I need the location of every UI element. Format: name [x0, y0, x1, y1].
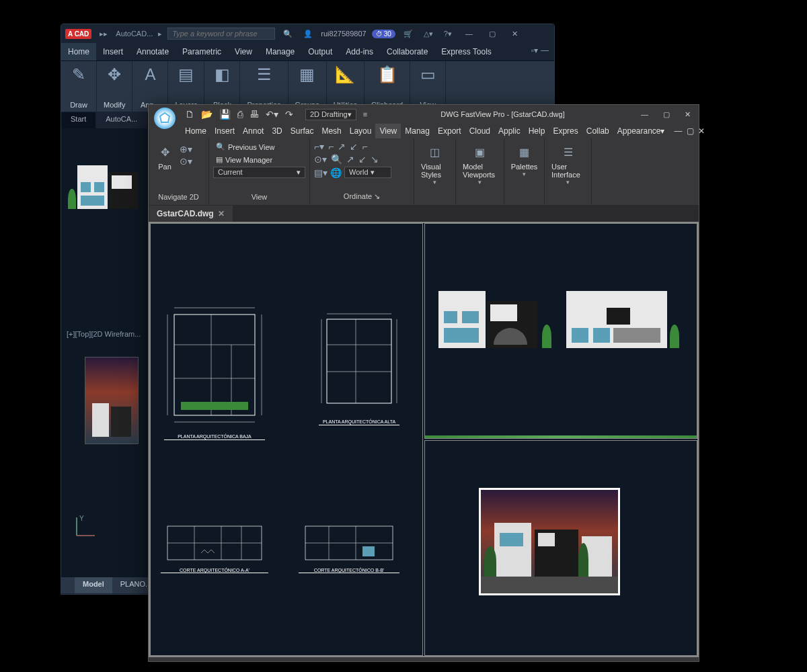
- menu-item-insert[interactable]: Insert: [96, 43, 130, 60]
- view-combo[interactable]: Current ▾: [213, 167, 305, 178]
- menu-item-collab[interactable]: Collab: [582, 124, 613, 138]
- doc-tab[interactable]: GstarCAD.dwg ✕: [149, 206, 233, 222]
- nav-arrows-icon[interactable]: ▸▸: [97, 28, 110, 40]
- ucs-icon[interactable]: ⊙▾: [314, 154, 327, 165]
- viewports-button[interactable]: ▣ Model Viewports ▾: [460, 141, 500, 187]
- menu-item-3d[interactable]: 3D: [268, 124, 286, 138]
- menu-item-home[interactable]: Home: [181, 124, 210, 138]
- ucs-axis[interactable]: Y: [71, 514, 98, 544]
- help-icon[interactable]: ?▾: [441, 28, 455, 40]
- menu-item-cloud[interactable]: Cloud: [465, 124, 494, 138]
- print-icon[interactable]: 🖶: [247, 108, 262, 121]
- zoom-tool-icon[interactable]: ⊙▾: [180, 156, 192, 167]
- dropdown-icon[interactable]: ≡: [360, 109, 370, 120]
- viewport-label[interactable]: [+][Top][2D Wirefram...: [67, 330, 141, 338]
- ribbon-min-icon[interactable]: ▫▾: [531, 46, 538, 58]
- zoom-icon[interactable]: 🔍: [331, 154, 342, 165]
- minimize-button[interactable]: —: [460, 27, 478, 40]
- gstarcad-logo[interactable]: [154, 108, 176, 129]
- orbit-icon[interactable]: ⊕▾: [180, 144, 192, 155]
- menu-item-mesh[interactable]: Mesh: [317, 124, 345, 138]
- doc-tab[interactable]: AutoCA...: [96, 112, 147, 128]
- menu-item-output[interactable]: Output: [301, 43, 339, 60]
- view-manager-button[interactable]: ▤View Manager: [213, 154, 305, 165]
- menu-item-appearance[interactable]: Appearance▾: [613, 124, 669, 138]
- mdi-max-icon[interactable]: ▢: [687, 126, 694, 136]
- menu-item-express tools[interactable]: Express Tools: [434, 43, 498, 60]
- previous-view-button[interactable]: 🔍Previous View: [213, 141, 305, 153]
- mdi-min-icon[interactable]: —: [675, 126, 683, 136]
- arrow-icon[interactable]: ↙: [358, 154, 367, 165]
- menu-item-add-ins[interactable]: Add-ins: [339, 43, 380, 60]
- menu-item-manag[interactable]: Manag: [401, 124, 434, 138]
- menu-item-view[interactable]: View: [375, 124, 401, 138]
- apps-icon[interactable]: △▾: [421, 28, 436, 40]
- autocad-titlebar: A CAD ▸▸ AutoCAD... ▸ 🔍 👤 rui827589807 ⏱…: [61, 24, 554, 43]
- user-icon[interactable]: 👤: [301, 28, 315, 40]
- dwg-canvas[interactable]: PLANTA ARQUITECTÓNICA BAJA PLANTA ARQUIT…: [149, 222, 699, 657]
- close-button[interactable]: ✕: [679, 108, 696, 122]
- ucs-icon[interactable]: ⌐: [328, 141, 334, 152]
- menu-item-surfac[interactable]: Surfac: [286, 124, 318, 138]
- dwg-titlebar: 🗋 📂 💾 ⎙ 🖶 ↶▾ ↷ 2D Drafting ▾ ≡ DWG FastV…: [149, 105, 699, 124]
- maximize-button[interactable]: ▢: [484, 27, 501, 41]
- menu-item-expres[interactable]: Expres: [549, 124, 582, 138]
- menu-item-home[interactable]: Home: [61, 43, 96, 60]
- arrow-icon[interactable]: ↗: [346, 154, 354, 165]
- search-icon[interactable]: 🔍: [280, 28, 295, 40]
- menu-item-layou[interactable]: Layou: [346, 124, 376, 138]
- menu-item-annotate[interactable]: Annotate: [130, 43, 176, 60]
- ribbon-opt-icon[interactable]: —: [541, 46, 549, 58]
- ucs-icon[interactable]: ⌐▾: [314, 141, 324, 152]
- saveas-icon[interactable]: ⎙: [235, 108, 245, 121]
- menu-item-help[interactable]: Help: [525, 124, 549, 138]
- clipboard-icon: 📋: [377, 64, 398, 85]
- close-button[interactable]: ✕: [506, 27, 523, 41]
- menu-item-manage[interactable]: Manage: [259, 43, 301, 60]
- palettes-button[interactable]: ▦ Palettes ▾: [508, 141, 540, 179]
- menu-item-parametric[interactable]: Parametric: [176, 43, 228, 60]
- chevron-icon[interactable]: ▸: [158, 30, 162, 38]
- undo-icon[interactable]: ↶▾: [263, 108, 281, 121]
- menu-item-applic[interactable]: Applic: [494, 124, 525, 138]
- menu-item-collaborate[interactable]: Collaborate: [380, 43, 434, 60]
- arrow-icon[interactable]: ↘: [371, 154, 379, 165]
- ribbon-group-draw[interactable]: ✎Draw: [61, 61, 97, 112]
- ucs-icon[interactable]: ⌐: [362, 141, 367, 152]
- ui-button[interactable]: ☰ User Interface ▾: [549, 141, 587, 187]
- maximize-button[interactable]: ▢: [658, 108, 675, 122]
- viewport-top-right[interactable]: PLANTA ARQUITECTÓNICA BAJA PLANTA ARQUIT…: [150, 223, 423, 656]
- render-preview-1: [85, 357, 139, 444]
- open-icon[interactable]: 📂: [198, 108, 215, 121]
- floorplan-ground: PLANTA ARQUITECTÓNICA BAJA: [164, 304, 265, 432]
- new-icon[interactable]: 🗋: [182, 108, 197, 121]
- workspace-selector[interactable]: 2D Drafting ▾: [305, 109, 356, 120]
- world-combo[interactable]: World ▾: [344, 167, 391, 178]
- menu-item-export[interactable]: Export: [434, 124, 465, 138]
- menu-item-view[interactable]: View: [228, 43, 259, 60]
- viewport-bottom-left[interactable]: [424, 440, 697, 656]
- menu-item-insert[interactable]: Insert: [210, 124, 239, 138]
- cart-icon[interactable]: 🛒: [401, 28, 416, 40]
- save-icon[interactable]: 💾: [217, 108, 233, 121]
- doc-tab[interactable]: Start: [61, 112, 96, 128]
- menu-item-annot[interactable]: Annot: [239, 124, 268, 138]
- layout-tab[interactable]: Model: [75, 577, 112, 593]
- mdi-close-icon[interactable]: ✕: [698, 126, 705, 136]
- search-input[interactable]: [167, 28, 275, 40]
- list-icon[interactable]: ▤▾: [314, 167, 328, 178]
- redo-icon[interactable]: ↷: [282, 108, 296, 121]
- pan-button[interactable]: ✥ Pan: [153, 141, 177, 192]
- ucs-icon[interactable]: ↗: [338, 141, 346, 152]
- trial-badge[interactable]: ⏱ 30: [372, 30, 395, 38]
- view-icon: ▭: [417, 64, 438, 85]
- minimize-button[interactable]: —: [636, 108, 654, 121]
- tab-close-icon[interactable]: ✕: [218, 209, 225, 218]
- quick-access-toolbar: 🗋 📂 💾 ⎙ 🖶 ↶▾ ↷: [182, 108, 296, 121]
- viewport-top-left[interactable]: [424, 223, 697, 439]
- properties-icon: ☰: [254, 64, 275, 85]
- visual-styles-button[interactable]: ◫ Visual Styles ▾: [418, 141, 451, 187]
- ribbon-group-label: View: [213, 192, 305, 202]
- ucs-icon[interactable]: ↙: [350, 141, 358, 152]
- ribbon-group-modify[interactable]: ✥Modify: [97, 61, 132, 112]
